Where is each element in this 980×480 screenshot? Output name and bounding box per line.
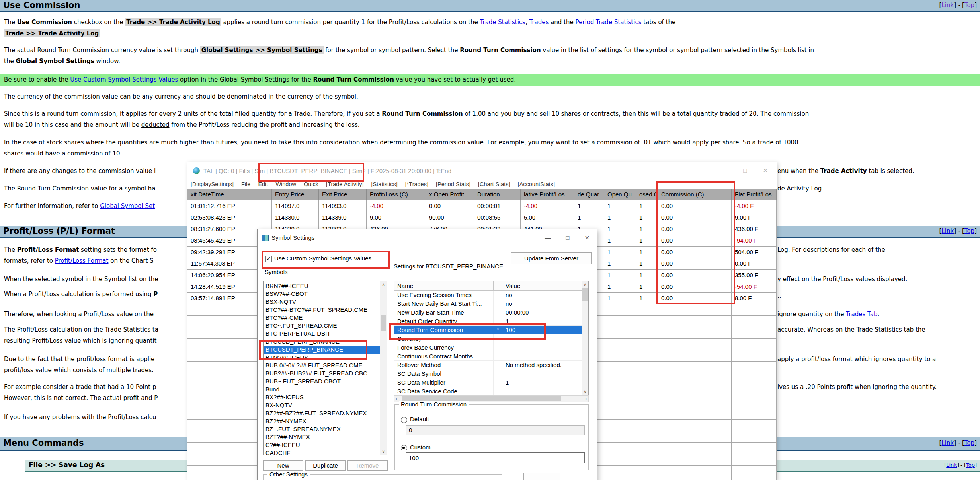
section-top-link[interactable]: Top <box>964 2 974 9</box>
menu-item[interactable]: [Statistics] <box>371 181 398 187</box>
default-radio[interactable] <box>401 417 407 423</box>
column-header[interactable]: osed C <box>636 189 658 200</box>
setting-row[interactable]: Forex Base Currency <box>394 343 582 352</box>
dialog-titlebar[interactable]: Symbol Settings — □ ✕ <box>258 229 597 246</box>
section-link[interactable]: Link <box>946 462 957 468</box>
custom-radio-label[interactable]: Custom <box>410 444 431 451</box>
scroll-down-icon[interactable]: ∨ <box>582 389 588 394</box>
column-header[interactable]: Entry Price <box>272 189 319 200</box>
menu-item[interactable]: [Period Stats] <box>436 181 470 187</box>
partial-bottom-button[interactable] <box>523 473 560 480</box>
scroll-right-icon[interactable]: › <box>585 396 587 402</box>
symbol-list-item[interactable]: BUB 0#-0# ?##.FUT_SPREAD.CME <box>264 361 381 369</box>
setting-row[interactable]: Rollover MethodNo method specified. <box>394 361 582 369</box>
column-header[interactable]: Exit Price <box>319 189 367 200</box>
default-value-input[interactable] <box>406 425 585 435</box>
scroll-down-icon[interactable]: ∨ <box>380 449 387 454</box>
remove-button[interactable]: Remove <box>347 460 388 471</box>
symbol-list-item[interactable]: BTC?##-CME <box>264 314 381 322</box>
scroll-up-icon[interactable]: ∧ <box>582 282 588 287</box>
setting-row[interactable]: SC Data Service Code <box>394 387 582 395</box>
setting-row[interactable]: Currency <box>394 334 582 343</box>
close-icon[interactable]: ✕ <box>584 234 590 241</box>
doc-link[interactable]: Global Symbol Set <box>100 202 155 210</box>
new-button[interactable]: New <box>263 460 303 471</box>
column-header-value[interactable]: Value <box>502 281 582 291</box>
symbol-list-item[interactable]: BTC-PERPETUAL-DBIT <box>264 330 381 338</box>
symbol-list-item[interactable]: Bund <box>264 385 381 393</box>
setting-row[interactable]: Start New Daily Bar At Start Ti...no <box>394 299 582 308</box>
section-link[interactable]: Link <box>941 227 954 235</box>
tal-titlebar[interactable]: TAL | QC: 0 | Fills | Sim | BTCUSDT_PERP… <box>187 162 777 179</box>
menu-item[interactable]: [DisplaySettings] <box>191 181 234 187</box>
column-header[interactable]: Duration <box>474 189 521 200</box>
menu-item[interactable]: File <box>241 181 250 187</box>
section-top-link[interactable]: Top <box>966 462 975 468</box>
doc-link[interactable]: Trades Tab <box>846 311 877 318</box>
scroll-thumb[interactable] <box>381 315 386 331</box>
setting-row[interactable]: Round Turn Commission*100 <box>394 326 582 334</box>
symbol-list-item[interactable]: BZT?##-NYMEX <box>264 433 381 441</box>
maximize-icon[interactable]: □ <box>743 167 747 174</box>
doc-link[interactable]: Trades <box>529 19 549 26</box>
menu-item[interactable]: Window <box>275 181 296 187</box>
setting-row[interactable]: Default Order Quantity1 <box>394 317 582 326</box>
setting-row[interactable]: SC Data Multiplier1 <box>394 378 582 387</box>
symbol-list-item[interactable]: BTCUSD_PERP_BINANCE <box>264 338 381 346</box>
column-header[interactable]: lative Profit/Los <box>521 189 574 200</box>
table-row[interactable]: 02:53:08.423 EP114330.0114339.09.0090.00… <box>187 212 777 223</box>
symbol-list-item[interactable]: BTC~.FUT_SPREAD.CME <box>264 322 381 330</box>
column-header[interactable]: de Quar <box>574 189 604 200</box>
doc-link[interactable]: Trade Statistics <box>480 19 525 26</box>
symbol-list-item[interactable]: BX-NQTV <box>264 401 381 409</box>
setting-row[interactable]: Use Evening Session Timesno <box>394 291 582 299</box>
symbol-list-item[interactable]: C?##-ICEEU <box>264 441 381 449</box>
column-header[interactable]: Flat Profit/Los <box>732 189 777 200</box>
doc-link[interactable]: Profit/Loss Format <box>55 257 109 264</box>
table-row[interactable]: 01:01:12.716 EP114097.0114093.0-4.000.00… <box>187 200 777 212</box>
scroll-thumb[interactable] <box>582 288 588 301</box>
scroll-left-icon[interactable]: ‹ <box>396 396 397 402</box>
symbol-list-item[interactable]: BSX-NQTV <box>264 298 381 306</box>
symbol-list-item[interactable]: BZ?##-NYMEX <box>264 417 381 425</box>
custom-radio[interactable] <box>401 445 407 451</box>
section-top-link[interactable]: Top <box>964 439 974 447</box>
column-header[interactable]: x Open Profit <box>426 189 474 200</box>
use-custom-checkbox[interactable]: ✓ <box>265 256 272 262</box>
symbol-list-item[interactable]: BTM?##-ICEUS <box>264 354 381 361</box>
symbol-list-item[interactable]: BX?##-ICEUS <box>264 393 381 401</box>
menu-item[interactable]: Edit <box>258 181 268 187</box>
symbol-list-item[interactable]: CADCHF <box>264 449 381 455</box>
menu-item[interactable]: [AccountStats] <box>518 181 555 187</box>
symbol-list-item[interactable]: BZ?##-BZ?##.FUT_SPREAD.NYMEX <box>264 409 381 417</box>
section-link[interactable]: Link <box>941 2 954 9</box>
column-header[interactable]: Commission (C) <box>658 189 732 200</box>
section-top-link[interactable]: Top <box>964 227 974 235</box>
setting-row[interactable]: Continuous Contract Months <box>394 352 582 361</box>
menu-item[interactable]: Quick <box>304 181 318 187</box>
symbol-list-item[interactable]: BUB~.FUT_SPREAD.CBOT <box>264 377 381 385</box>
column-header[interactable]: xit DateTime <box>187 189 272 200</box>
default-radio-label[interactable]: Default <box>410 416 429 422</box>
symbol-list-item[interactable]: BZ~.FUT_SPREAD.NYMEX <box>264 425 381 433</box>
custom-value-input[interactable] <box>406 452 585 463</box>
menu-item[interactable]: [Trade Activity] <box>326 181 364 187</box>
column-header[interactable]: Open Qu <box>604 189 636 200</box>
symbol-list-item[interactable]: BTC?##-BTC?##.FUT_SPREAD.CME <box>264 306 381 314</box>
doc-link[interactable]: Use Custom Symbol Settings Values <box>70 76 178 83</box>
section-link[interactable]: Link <box>941 439 954 447</box>
column-header[interactable]: Profit/Loss (C) <box>367 189 426 200</box>
symbol-list-item[interactable]: BSW?##-CBOT <box>264 290 381 298</box>
symbol-list-item[interactable]: BTCUSDT_PERP_BINANCE <box>264 346 381 354</box>
setting-row[interactable]: SC Data Symbol <box>394 369 582 378</box>
use-custom-checkbox-label[interactable]: Use Custom Symbol Settings Values <box>274 255 371 262</box>
menu-item[interactable]: [*Trades] <box>405 181 428 187</box>
duplicate-button[interactable]: Duplicate <box>305 460 346 471</box>
symbol-list-item[interactable]: BUB?##-BUB?##.FUT_SPREAD.CBC <box>264 369 381 377</box>
column-header-name[interactable]: Name <box>394 281 494 291</box>
symbol-list-item[interactable]: BRN?##-ICEEU <box>264 282 381 290</box>
close-icon[interactable]: ✕ <box>763 167 768 174</box>
minimize-icon[interactable]: — <box>545 234 551 241</box>
settings-scrollbar[interactable]: ∧ ∨ <box>582 281 588 395</box>
setting-row[interactable]: New Daily Bar Start Time00:00:00 <box>394 308 582 317</box>
